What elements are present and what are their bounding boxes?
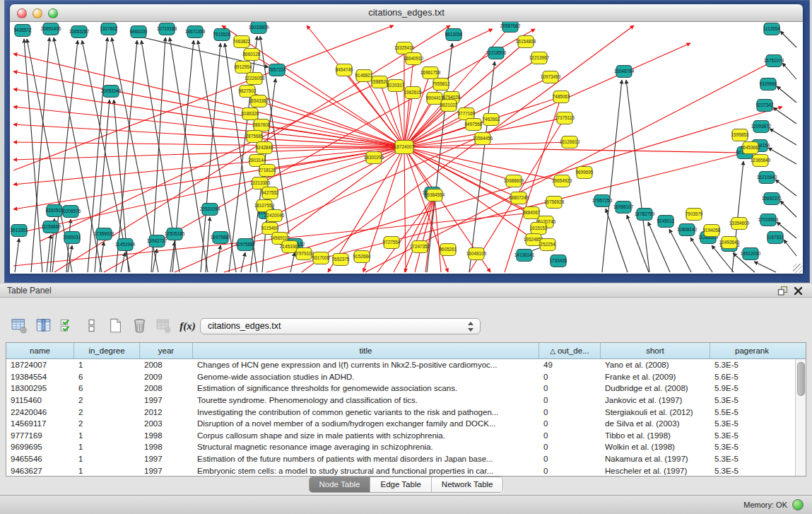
- table-cell[interactable]: 5.3E-5: [710, 455, 794, 463]
- graph-node[interactable]: 9227342: [756, 100, 774, 112]
- graph-node[interactable]: 9152684: [353, 251, 371, 263]
- graph-node[interactable]: 16126613: [560, 136, 580, 148]
- table-cell[interactable]: 9463627: [6, 467, 74, 475]
- table-cell[interactable]: 0: [539, 384, 601, 392]
- graph-node[interactable]: 7515526: [213, 29, 231, 41]
- graph-node[interactable]: 19654923: [552, 175, 572, 187]
- delete-column-icon[interactable]: [130, 317, 149, 335]
- table-cell[interactable]: 1: [74, 467, 140, 475]
- graph-node[interactable]: 7955812: [433, 78, 450, 90]
- table-row[interactable]: 1872400712008Changes of HCN gene express…: [6, 359, 795, 371]
- graph-node[interactable]: 18640910: [404, 53, 424, 65]
- table-cell[interactable]: 2008: [140, 361, 193, 369]
- column-header-year[interactable]: year: [140, 343, 193, 358]
- table-row[interactable]: 2242004622012Investigating the contribut…: [6, 406, 795, 418]
- graph-node[interactable]: 12213967: [529, 52, 550, 64]
- graph-node[interactable]: 11156869: [41, 221, 61, 233]
- table-cell[interactable]: 2009: [140, 373, 193, 381]
- table-cell[interactable]: Embryonic stem cells: a model to study s…: [193, 467, 539, 475]
- table-cell[interactable]: 1997: [140, 396, 193, 404]
- graph-node[interactable]: 10975887: [235, 239, 256, 251]
- table-row[interactable]: 946554611997Estimation of the future num…: [6, 453, 795, 465]
- table-row[interactable]: 1830029562008Estimation of significance …: [6, 382, 795, 395]
- graph-node[interactable]: 16543382: [249, 95, 269, 107]
- table-cell[interactable]: 14569117: [6, 419, 74, 428]
- graph-node[interactable]: 7463822: [233, 36, 251, 48]
- graph-node[interactable]: 7485063: [553, 91, 570, 103]
- graph-node[interactable]: 1167531: [767, 232, 784, 244]
- graph-node[interactable]: 20587682: [500, 22, 521, 33]
- table-cell[interactable]: 5.3E-5: [710, 467, 794, 475]
- graph-node[interactable]: 17016504: [758, 214, 779, 226]
- table-row[interactable]: 1938455462009Genome-wide association stu…: [6, 371, 795, 383]
- graph-node[interactable]: 1733426: [550, 255, 567, 267]
- table-cell[interactable]: 6: [74, 373, 140, 381]
- table-row[interactable]: 1456911722003Disruption of a novel membe…: [6, 418, 795, 430]
- graph-node[interactable]: 9329966: [760, 78, 777, 90]
- table-cell[interactable]: Yano et al. (2008): [601, 361, 710, 369]
- table-row[interactable]: 969969511998Structural magnetic resonanc…: [6, 441, 795, 453]
- graph-node[interactable]: 16975887: [211, 232, 231, 244]
- graph-node[interactable]: 2065031: [64, 232, 81, 244]
- table-cell[interactable]: Hescheler et al. (1997): [601, 467, 710, 475]
- column-header-title[interactable]: title: [193, 343, 539, 358]
- graph-node[interactable]: 20206576: [61, 206, 81, 218]
- table-cell[interactable]: 0: [539, 396, 601, 404]
- column-header-pagerank[interactable]: pagerank: [710, 343, 794, 358]
- graph-node[interactable]: 9242848: [256, 142, 273, 154]
- table-cell[interactable]: 0: [539, 443, 601, 451]
- graph-node[interactable]: 8220317: [387, 80, 405, 92]
- table-cell[interactable]: 2: [74, 396, 140, 404]
- table-cell[interactable]: Changes of HCN gene expression and I(f) …: [193, 361, 539, 369]
- table-cell[interactable]: Genome-wide association studies in ADHD.: [193, 373, 539, 381]
- table-cell[interactable]: 18724007: [6, 361, 74, 369]
- table-cell[interactable]: Corpus callosum shape and size in male p…: [193, 431, 539, 440]
- graph-node[interactable]: 11451944: [115, 239, 135, 251]
- table-cell[interactable]: 5.3E-5: [710, 396, 794, 404]
- table-cell[interactable]: 1: [74, 431, 140, 440]
- graph-node[interactable]: 9194058: [703, 225, 721, 237]
- graph-node[interactable]: 7903579: [686, 209, 703, 221]
- graph-node[interactable]: 1588520: [371, 76, 389, 88]
- table-cell[interactable]: Investigating the contribution of common…: [193, 408, 539, 416]
- table-cell[interactable]: 2008: [140, 384, 193, 392]
- table-cell[interactable]: 0: [539, 431, 601, 440]
- graph-node[interactable]: 16453662: [741, 142, 761, 154]
- table-cell[interactable]: Jankovic et al. (1997): [601, 396, 710, 404]
- table-cell[interactable]: Stergiakouli et al. (2012): [601, 408, 710, 416]
- graph-node[interactable]: 22420046: [264, 210, 285, 222]
- graph-node[interactable]: 2867608: [253, 119, 271, 132]
- graph-node[interactable]: 9317008: [312, 252, 330, 264]
- graph-node[interactable]: 6497568: [465, 119, 483, 131]
- table-cell[interactable]: 2: [74, 408, 140, 416]
- table-cell[interactable]: de Silva et al. (2003): [601, 419, 710, 428]
- graph-node[interactable]: 16958107: [613, 201, 634, 214]
- graph-node[interactable]: 9727554: [383, 237, 401, 249]
- table-cell[interactable]: 1: [74, 361, 140, 369]
- graph-node[interactable]: 1112654: [763, 23, 780, 35]
- table-mode-icon[interactable]: [10, 317, 29, 335]
- table-cell[interactable]: Structural magnetic resonance image aver…: [193, 443, 539, 451]
- graph-node[interactable]: 7652375: [332, 254, 350, 266]
- graph-node[interactable]: 1615152: [530, 223, 548, 235]
- table-cell[interactable]: 5.5E-5: [710, 408, 794, 416]
- window-resize-grip[interactable]: [793, 264, 802, 273]
- tab-edge-table[interactable]: Edge Table: [370, 477, 431, 492]
- table-cell[interactable]: Tibbo et al. (1998): [601, 431, 710, 440]
- tab-network-table[interactable]: Network Table: [432, 477, 503, 492]
- graph-node[interactable]: 16782759: [635, 209, 655, 221]
- column-header-in_degree[interactable]: in_degree: [74, 343, 140, 358]
- table-cell[interactable]: 0: [539, 455, 601, 463]
- graph-node[interactable]: 14671358: [185, 26, 206, 38]
- table-cell[interactable]: Franke et al. (2009): [601, 373, 710, 381]
- graph-node[interactable]: 15692371: [762, 193, 782, 205]
- table-cell[interactable]: 1997: [140, 467, 193, 475]
- table-cell[interactable]: 1: [74, 455, 140, 463]
- table-cell[interactable]: 5.3E-5: [710, 361, 794, 369]
- graph-node[interactable]: 10493649: [719, 237, 740, 249]
- float-window-icon[interactable]: [777, 286, 788, 296]
- graph-node[interactable]: 20531094: [200, 204, 220, 216]
- graph-node[interactable]: 15751074: [764, 55, 784, 67]
- table-cell[interactable]: Dudbridge et al. (2008): [601, 384, 710, 392]
- table-cell[interactable]: 49: [539, 361, 601, 369]
